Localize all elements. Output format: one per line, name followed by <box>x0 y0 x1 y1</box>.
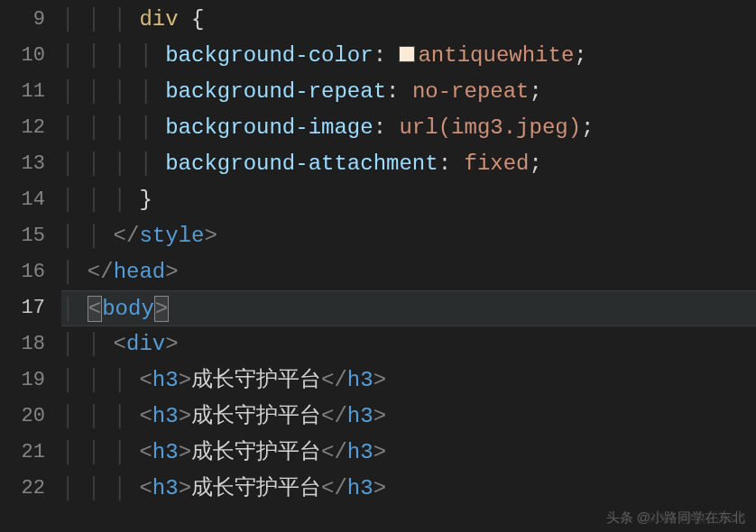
line-number: 15 <box>0 218 61 254</box>
token: > <box>204 224 217 248</box>
code-line[interactable]: │ │ │ } <box>61 182 756 218</box>
token: antiquewhite <box>418 43 574 68</box>
line-number: 22 <box>0 471 61 507</box>
code-line[interactable]: │ │ </style> <box>61 218 756 254</box>
token: : <box>438 151 465 176</box>
watermark-secondary: CSDN @依佑i248 <box>637 509 745 527</box>
code-line[interactable]: │ │ │ │ background-repeat: no-repeat; <box>61 74 756 110</box>
line-number: 19 <box>0 362 61 399</box>
token: : <box>373 43 400 68</box>
token: : <box>386 79 412 104</box>
token: body <box>102 297 154 321</box>
token: < <box>88 296 102 322</box>
token: no-repeat <box>412 79 530 104</box>
indent-guide: │ │ │ │ <box>61 151 165 176</box>
token: background-image <box>165 115 373 140</box>
line-number: 14 <box>0 182 61 218</box>
token: h3 <box>347 476 373 500</box>
token: fixed <box>464 151 529 176</box>
token: style <box>139 224 204 248</box>
token: </ <box>114 224 140 248</box>
token: > <box>179 476 191 500</box>
token: > <box>373 404 386 428</box>
token: < <box>139 440 152 464</box>
indent-guide: │ │ │ │ <box>61 115 165 140</box>
token: </ <box>321 368 347 392</box>
token: > <box>373 440 386 464</box>
token: 成长守护平台 <box>191 440 321 464</box>
token: > <box>373 368 386 392</box>
indent-guide: │ │ │ <box>61 188 139 212</box>
token: < <box>139 476 152 500</box>
token: background-repeat <box>165 79 386 104</box>
line-number: 18 <box>0 326 61 362</box>
token: ; <box>530 79 542 104</box>
line-number: 13 <box>0 146 61 182</box>
token: </ <box>321 440 347 464</box>
token: > <box>179 404 191 428</box>
token: </ <box>321 404 347 428</box>
line-gutter: 910111213141516171819202122 <box>0 0 61 532</box>
code-line[interactable]: │ │ │ │ background-color: antiquewhite; <box>61 38 756 74</box>
token: < <box>139 404 152 428</box>
code-line[interactable]: │ │ │ │ background-image: url(img3.jpeg)… <box>61 110 756 146</box>
token: ; <box>581 115 594 140</box>
code-area[interactable]: │ │ │ div {│ │ │ │ background-color: ant… <box>61 0 756 532</box>
indent-guide: │ │ │ <box>61 440 139 464</box>
token: > <box>165 332 178 356</box>
token: h3 <box>152 476 179 500</box>
token: background-attachment <box>165 151 438 176</box>
indent-guide: │ │ │ <box>61 476 139 500</box>
token: h3 <box>347 440 373 464</box>
indent-guide: │ <box>61 260 88 284</box>
line-number: 9 <box>0 2 61 38</box>
token: </ <box>321 476 347 500</box>
token: h3 <box>152 404 179 428</box>
indent-guide: │ │ <box>61 332 114 356</box>
token: 成长守护平台 <box>191 404 321 428</box>
indent-guide: │ <box>61 297 88 321</box>
code-line[interactable]: │ │ │ <h3>成长守护平台</h3> <box>61 471 756 507</box>
token: div <box>139 7 178 32</box>
token: > <box>154 296 169 322</box>
line-number: 20 <box>0 399 61 435</box>
color-swatch-icon[interactable] <box>399 46 415 62</box>
indent-guide: │ │ │ │ <box>61 79 165 104</box>
line-number: 17 <box>0 290 61 326</box>
code-line[interactable]: │ │ │ │ background-attachment: fixed; <box>61 146 756 182</box>
code-line[interactable]: │ │ │ <h3>成长守护平台</h3> <box>61 435 756 471</box>
indent-guide: │ │ │ <box>61 368 139 392</box>
token: > <box>165 260 178 284</box>
token: > <box>373 476 386 500</box>
token <box>179 7 191 32</box>
token: </ <box>88 260 114 284</box>
indent-guide: │ │ │ <box>61 404 139 428</box>
token: < <box>114 332 126 356</box>
code-line[interactable]: │ │ │ <h3>成长守护平台</h3> <box>61 399 756 435</box>
indent-guide: │ │ │ │ <box>61 43 165 68</box>
line-number: 21 <box>0 435 61 471</box>
token: { <box>191 7 204 32</box>
indent-guide: │ │ │ <box>61 7 139 32</box>
line-number: 10 <box>0 38 61 74</box>
token: h3 <box>347 368 373 392</box>
token: ; <box>574 43 586 68</box>
code-line[interactable]: │ </head> <box>61 254 756 290</box>
token: > <box>179 368 191 392</box>
indent-guide: │ │ <box>61 224 114 248</box>
token: 成长守护平台 <box>191 368 321 392</box>
line-number: 12 <box>0 110 61 146</box>
token: div <box>126 332 165 356</box>
token: head <box>114 260 166 284</box>
code-line[interactable]: │ <body> <box>61 290 756 326</box>
code-line[interactable]: │ │ │ <h3>成长守护平台</h3> <box>61 362 756 399</box>
token: url(img3.jpeg) <box>399 115 581 140</box>
line-number: 16 <box>0 254 61 290</box>
token: > <box>179 440 191 464</box>
token: : <box>373 115 400 140</box>
code-line[interactable]: │ │ <div> <box>61 326 756 362</box>
token: } <box>139 188 152 212</box>
token: 成长守护平台 <box>191 476 321 500</box>
code-editor[interactable]: 910111213141516171819202122 │ │ │ div {│… <box>0 0 756 532</box>
code-line[interactable]: │ │ │ div { <box>61 2 756 38</box>
